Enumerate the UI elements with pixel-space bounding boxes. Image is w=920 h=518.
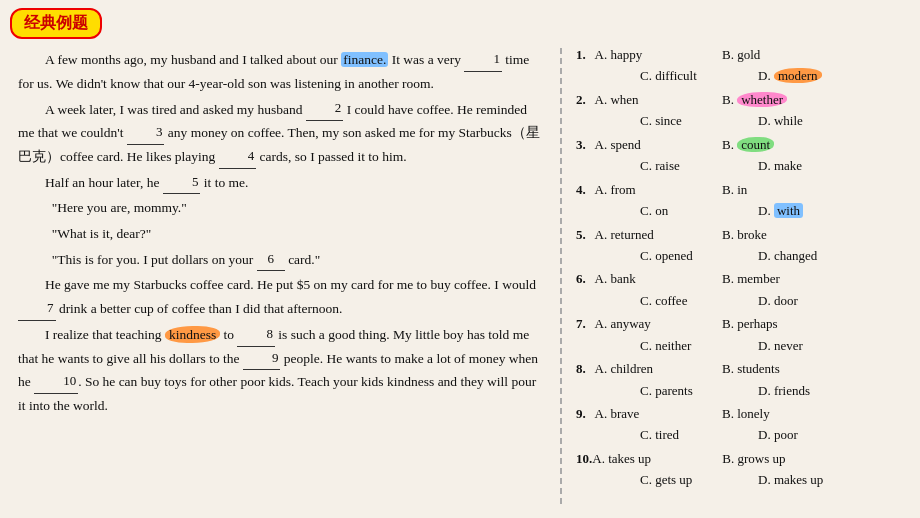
q5-row1: 5. A. returned B. broke bbox=[576, 224, 910, 245]
modern-highlight: modern bbox=[774, 68, 822, 83]
question-8: 8. A. children B. students C. parents D.… bbox=[576, 358, 910, 401]
blank-4: 4 bbox=[219, 145, 257, 169]
q2-num: 2. bbox=[576, 89, 592, 110]
q1-A: A. happy bbox=[592, 44, 722, 65]
q7-num: 7. bbox=[576, 313, 592, 334]
q3-num: 3. bbox=[576, 134, 592, 155]
q6-A: A. bank bbox=[592, 268, 722, 289]
q4-B: B. in bbox=[722, 179, 842, 200]
q3-C: C. raise bbox=[608, 155, 738, 176]
q6-D: D. door bbox=[758, 290, 878, 311]
q2-C: C. since bbox=[608, 110, 738, 131]
blank-8: 8 bbox=[237, 323, 275, 347]
q10-row1: 10. A. takes up B. grows up bbox=[576, 448, 910, 469]
question-7: 7. A. anyway B. perhaps C. neither D. ne… bbox=[576, 313, 910, 356]
q1-B: B. gold bbox=[722, 44, 842, 65]
q9-row1: 9. A. brave B. lonely bbox=[576, 403, 910, 424]
q5-C: C. opened bbox=[608, 245, 738, 266]
q1-row1: 1. A. happy B. gold bbox=[576, 44, 910, 65]
q6-row1: 6. A. bank B. member bbox=[576, 268, 910, 289]
q9-D: D. poor bbox=[758, 424, 878, 445]
p3-text: Half an hour later, he 5 it to me. bbox=[45, 175, 248, 190]
left-panel: A few months ago, my husband and I talke… bbox=[0, 38, 560, 518]
q1-C: C. difficult bbox=[608, 65, 738, 86]
kindness-highlight: kindness bbox=[165, 326, 220, 343]
question-3: 3. A. spend B. count C. raise D. make bbox=[576, 134, 910, 177]
q9-num: 9. bbox=[576, 403, 592, 424]
q10-num: 10. bbox=[576, 448, 592, 469]
paragraph-3: Half an hour later, he 5 it to me. bbox=[18, 171, 542, 195]
q10-row2: C. gets up D. makes up bbox=[576, 469, 910, 490]
q5-A: A. returned bbox=[592, 224, 722, 245]
question-2: 2. A. when B. whether C. since D. while bbox=[576, 89, 910, 132]
q8-C: C. parents bbox=[608, 380, 738, 401]
q6-row2: C. coffee D. door bbox=[576, 290, 910, 311]
q1-D: D. modern bbox=[758, 65, 878, 86]
right-panel: 1. A. happy B. gold C. difficult D. mode… bbox=[562, 38, 920, 518]
q3-A: A. spend bbox=[592, 134, 722, 155]
q7-C: C. neither bbox=[608, 335, 738, 356]
q4-C: C. on bbox=[608, 200, 738, 221]
q5-B: B. broke bbox=[722, 224, 842, 245]
question-10: 10. A. takes up B. grows up C. gets up D… bbox=[576, 448, 910, 491]
paragraph-2: A week later, I was tired and asked my h… bbox=[18, 97, 542, 168]
q5-row2: C. opened D. changed bbox=[576, 245, 910, 266]
dialog-1: "Here you are, mommy." bbox=[18, 196, 542, 220]
paragraph-5: I realize that teaching kindness to 8 is… bbox=[18, 323, 542, 418]
q3-row1: 3. A. spend B. count bbox=[576, 134, 910, 155]
q2-D: D. while bbox=[758, 110, 878, 131]
q10-D: D. makes up bbox=[758, 469, 878, 490]
q2-A: A. when bbox=[592, 89, 722, 110]
q10-B: B. grows up bbox=[722, 448, 842, 469]
q2-B: B. whether bbox=[722, 89, 842, 110]
paragraph-4: He gave me my Starbucks coffee card. He … bbox=[18, 273, 542, 320]
main-container: A few months ago, my husband and I talke… bbox=[0, 0, 920, 518]
q8-row2: C. parents D. friends bbox=[576, 380, 910, 401]
q9-A: A. brave bbox=[592, 403, 722, 424]
q2-row1: 2. A. when B. whether bbox=[576, 89, 910, 110]
p5-text: I realize that teaching kindness to 8 is… bbox=[18, 327, 538, 413]
title-text: 经典例题 bbox=[24, 14, 88, 31]
p2-text: A week later, I was tired and asked my h… bbox=[18, 102, 540, 165]
q8-A: A. children bbox=[592, 358, 722, 379]
question-1: 1. A. happy B. gold C. difficult D. mode… bbox=[576, 44, 910, 87]
question-5: 5. A. returned B. broke C. opened D. cha… bbox=[576, 224, 910, 267]
blank-10: 10 bbox=[34, 370, 78, 394]
q9-row2: C. tired D. poor bbox=[576, 424, 910, 445]
q4-A: A. from bbox=[592, 179, 722, 200]
q6-B: B. member bbox=[722, 268, 842, 289]
q4-row1: 4. A. from B. in bbox=[576, 179, 910, 200]
dialog-2: "What is it, dear?" bbox=[18, 222, 542, 246]
q3-D: D. make bbox=[758, 155, 878, 176]
question-4: 4. A. from B. in C. on D. with bbox=[576, 179, 910, 222]
paragraph-1: A few months ago, my husband and I talke… bbox=[18, 48, 542, 95]
q6-C: C. coffee bbox=[608, 290, 738, 311]
q2-row2: C. since D. while bbox=[576, 110, 910, 131]
blank-5: 5 bbox=[163, 171, 201, 195]
whether-highlight: whether bbox=[737, 92, 787, 107]
q5-num: 5. bbox=[576, 224, 592, 245]
finance-highlight: finance. bbox=[341, 52, 388, 67]
q7-row1: 7. A. anyway B. perhaps bbox=[576, 313, 910, 334]
q8-B: B. students bbox=[722, 358, 842, 379]
q3-B: B. count bbox=[722, 134, 842, 155]
dialog-3: "This is for you. I put dollars on your … bbox=[18, 248, 542, 272]
q8-row1: 8. A. children B. students bbox=[576, 358, 910, 379]
blank-2: 2 bbox=[306, 97, 344, 121]
q9-B: B. lonely bbox=[722, 403, 842, 424]
q7-B: B. perhaps bbox=[722, 313, 842, 334]
with-highlight: with bbox=[774, 203, 803, 218]
question-9: 9. A. brave B. lonely C. tired D. poor bbox=[576, 403, 910, 446]
question-6: 6. A. bank B. member C. coffee D. door bbox=[576, 268, 910, 311]
q9-C: C. tired bbox=[608, 424, 738, 445]
q4-row2: C. on D. with bbox=[576, 200, 910, 221]
blank-6: 6 bbox=[257, 248, 285, 272]
q10-A: A. takes up bbox=[592, 448, 722, 469]
blank-7: 7 bbox=[18, 297, 56, 321]
q8-num: 8. bbox=[576, 358, 592, 379]
blank-1: 1 bbox=[464, 48, 502, 72]
count-highlight: count bbox=[737, 137, 774, 152]
q1-row2: C. difficult D. modern bbox=[576, 65, 910, 86]
q4-num: 4. bbox=[576, 179, 592, 200]
blank-3: 3 bbox=[127, 121, 165, 145]
